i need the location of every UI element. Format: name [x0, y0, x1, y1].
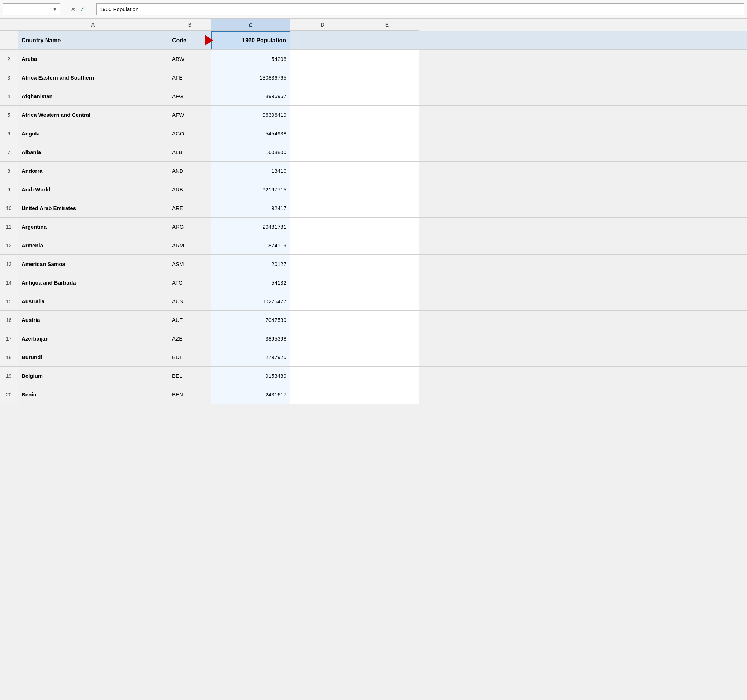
cell-d[interactable]	[290, 218, 355, 236]
cell-e[interactable]	[355, 199, 419, 217]
cell-d[interactable]	[290, 330, 355, 348]
cell-country-name[interactable]: Afghanistan	[18, 87, 168, 105]
cell-e[interactable]	[355, 292, 419, 310]
cancel-icon[interactable]: ✕	[71, 5, 76, 13]
cell-country-name[interactable]: Arab World	[18, 180, 168, 198]
cell-e[interactable]	[355, 236, 419, 254]
cell-code[interactable]: BEN	[168, 385, 212, 404]
cell-d[interactable]	[290, 292, 355, 310]
cell-population[interactable]: 1960 Population	[212, 31, 290, 50]
cell-e[interactable]	[355, 255, 419, 273]
cell-population[interactable]: 96396419	[212, 106, 290, 124]
cell-code[interactable]: ARG	[168, 218, 212, 236]
cell-country-name[interactable]: Burundi	[18, 348, 168, 366]
cell-population[interactable]: 92417	[212, 199, 290, 217]
cell-population[interactable]: 92197715	[212, 180, 290, 198]
cell-e[interactable]	[355, 385, 419, 404]
cell-e[interactable]	[355, 348, 419, 366]
cell-population[interactable]: 1608800	[212, 143, 290, 161]
name-box-dropdown-icon[interactable]: ▼	[53, 7, 57, 12]
cell-e[interactable]	[355, 143, 419, 161]
cell-country-name[interactable]: Africa Eastern and Southern	[18, 68, 168, 87]
cell-d[interactable]	[290, 385, 355, 404]
cell-population[interactable]: 10276477	[212, 292, 290, 310]
col-header-A[interactable]: A	[18, 19, 168, 31]
cell-population[interactable]: 2797925	[212, 348, 290, 366]
cell-d[interactable]	[290, 180, 355, 198]
cell-code[interactable]: ATG	[168, 274, 212, 292]
cell-e[interactable]	[355, 274, 419, 292]
formula-input[interactable]	[97, 3, 744, 15]
cell-code[interactable]: ARM	[168, 236, 212, 254]
cell-code[interactable]: AGO	[168, 124, 212, 143]
cell-e[interactable]	[355, 367, 419, 385]
cell-population[interactable]: 8996967	[212, 87, 290, 105]
cell-d[interactable]	[290, 162, 355, 180]
cell-country-name[interactable]: Aruba	[18, 50, 168, 68]
cell-e[interactable]	[355, 311, 419, 329]
cell-d[interactable]	[290, 31, 355, 50]
cell-code[interactable]: AZE	[168, 330, 212, 348]
cell-d[interactable]	[290, 106, 355, 124]
cell-country-name[interactable]: Argentina	[18, 218, 168, 236]
cell-code[interactable]: BEL	[168, 367, 212, 385]
cell-d[interactable]	[290, 367, 355, 385]
cell-d[interactable]	[290, 274, 355, 292]
cell-population[interactable]: 5454938	[212, 124, 290, 143]
cell-d[interactable]	[290, 236, 355, 254]
cell-population[interactable]: 3895398	[212, 330, 290, 348]
cell-country-name[interactable]: Antigua and Barbuda	[18, 274, 168, 292]
cell-country-name[interactable]: Austria	[18, 311, 168, 329]
col-header-B[interactable]: B	[168, 19, 212, 31]
cell-code[interactable]: ARB	[168, 180, 212, 198]
cell-population[interactable]: 13410	[212, 162, 290, 180]
cell-e[interactable]	[355, 31, 419, 50]
cell-code[interactable]: ABW	[168, 50, 212, 68]
cell-country-name[interactable]: Armenia	[18, 236, 168, 254]
name-box[interactable]: ▼	[3, 3, 60, 15]
cell-e[interactable]	[355, 330, 419, 348]
cell-country-name[interactable]: Australia	[18, 292, 168, 310]
cell-d[interactable]	[290, 68, 355, 87]
cell-e[interactable]	[355, 87, 419, 105]
cell-e[interactable]	[355, 106, 419, 124]
cell-code[interactable]: AUS	[168, 292, 212, 310]
cell-d[interactable]	[290, 50, 355, 68]
cell-code[interactable]: AFG	[168, 87, 212, 105]
cell-population[interactable]: 20127	[212, 255, 290, 273]
cell-population[interactable]: 130836765	[212, 68, 290, 87]
cell-country-name[interactable]: American Samoa	[18, 255, 168, 273]
cell-e[interactable]	[355, 180, 419, 198]
cell-code[interactable]: BDI	[168, 348, 212, 366]
cell-e[interactable]	[355, 124, 419, 143]
cell-code[interactable]: ARE	[168, 199, 212, 217]
cell-country-name[interactable]: Africa Western and Central	[18, 106, 168, 124]
confirm-icon[interactable]: ✓	[80, 5, 85, 13]
cell-country-name[interactable]: Benin	[18, 385, 168, 404]
cell-population[interactable]: 2431617	[212, 385, 290, 404]
col-header-C[interactable]: C	[212, 19, 290, 31]
cell-country-name[interactable]: Belgium	[18, 367, 168, 385]
col-header-D[interactable]: D	[290, 19, 355, 31]
cell-country-name[interactable]: Azerbaijan	[18, 330, 168, 348]
cell-d[interactable]	[290, 143, 355, 161]
cell-population[interactable]: 7047539	[212, 311, 290, 329]
cell-d[interactable]	[290, 348, 355, 366]
cell-d[interactable]	[290, 199, 355, 217]
cell-e[interactable]	[355, 50, 419, 68]
cell-code[interactable]: Code	[168, 31, 212, 50]
cell-code[interactable]: AFW	[168, 106, 212, 124]
cell-code[interactable]: ASM	[168, 255, 212, 273]
col-header-E[interactable]: E	[355, 19, 419, 31]
cell-e[interactable]	[355, 218, 419, 236]
cell-code[interactable]: AUT	[168, 311, 212, 329]
cell-country-name[interactable]: United Arab Emirates	[18, 199, 168, 217]
cell-country-name[interactable]: Andorra	[18, 162, 168, 180]
cell-d[interactable]	[290, 311, 355, 329]
cell-population[interactable]: 9153489	[212, 367, 290, 385]
cell-country-name[interactable]: Angola	[18, 124, 168, 143]
cell-e[interactable]	[355, 162, 419, 180]
cell-population[interactable]: 1874119	[212, 236, 290, 254]
cell-country-name[interactable]: Albania	[18, 143, 168, 161]
cell-population[interactable]: 20481781	[212, 218, 290, 236]
